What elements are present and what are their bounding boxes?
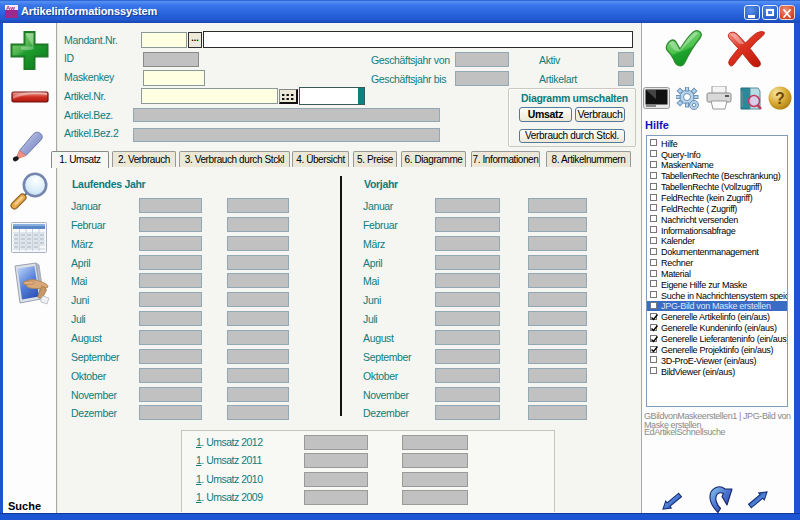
svg-text:?: ? — [775, 90, 785, 107]
